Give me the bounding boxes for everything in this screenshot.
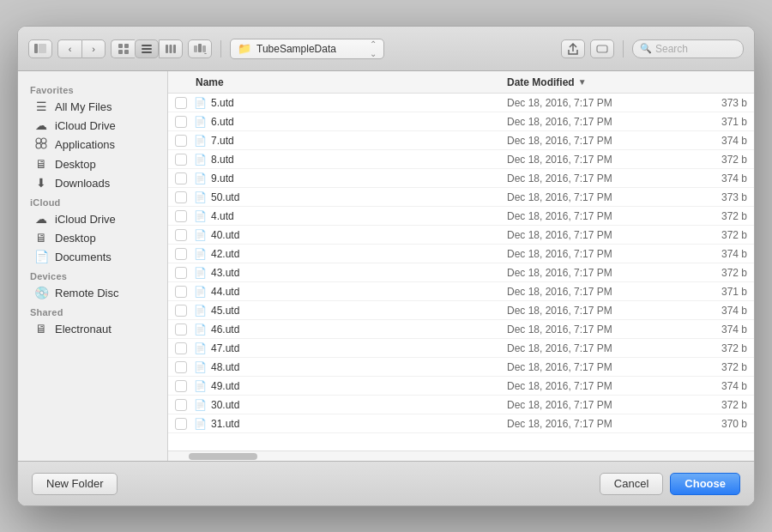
file-checkbox[interactable] (175, 418, 187, 430)
favorites-label: Favorites (18, 80, 167, 97)
table-row[interactable]: 📄 31.utd Dec 18, 2016, 7:17 PM 370 b (168, 414, 754, 433)
file-date: Dec 18, 2016, 7:17 PM (507, 361, 696, 373)
file-checkbox[interactable] (175, 399, 187, 411)
file-checkbox[interactable] (175, 380, 187, 392)
file-checkbox[interactable] (175, 305, 187, 317)
file-checkbox[interactable] (175, 229, 187, 241)
table-row[interactable]: 📄 40.utd Dec 18, 2016, 7:17 PM 372 b (168, 226, 754, 245)
file-icon: 📄 (194, 342, 207, 354)
file-list-scroll[interactable]: 📄 5.utd Dec 18, 2016, 7:17 PM 373 b 📄 6.… (168, 94, 754, 450)
svg-rect-16 (597, 45, 607, 52)
sidebar-item-downloads[interactable]: ⬇ Downloads (21, 173, 164, 192)
sidebar-item-icloud-drive[interactable]: ☁ iCloud Drive (21, 209, 164, 228)
table-row[interactable]: 📄 8.utd Dec 18, 2016, 7:17 PM 372 b (168, 150, 754, 169)
sidebar-item-remote-disc-label: Remote Disc (55, 287, 118, 299)
sidebar-item-documents-label: Documents (55, 251, 112, 263)
svg-marker-15 (204, 53, 207, 54)
table-row[interactable]: 📄 46.utd Dec 18, 2016, 7:17 PM 374 b (168, 320, 754, 339)
shared-label: Shared (18, 302, 167, 319)
file-checkbox[interactable] (175, 135, 187, 147)
cancel-button[interactable]: Cancel (600, 473, 663, 495)
table-row[interactable]: 📄 43.utd Dec 18, 2016, 7:17 PM 372 b (168, 263, 754, 282)
file-checkbox[interactable] (175, 172, 187, 184)
table-row[interactable]: 📄 5.utd Dec 18, 2016, 7:17 PM 373 b (168, 94, 754, 112)
table-row[interactable]: 📄 49.utd Dec 18, 2016, 7:17 PM 374 b (168, 377, 754, 396)
file-name: 40.utd (211, 229, 507, 241)
table-row[interactable]: 📄 6.utd Dec 18, 2016, 7:17 PM 371 b (168, 112, 754, 131)
icloud-label: iCloud (18, 192, 167, 209)
file-checkbox[interactable] (175, 210, 187, 222)
file-checkbox[interactable] (175, 342, 187, 354)
tag-button[interactable] (590, 39, 614, 58)
table-row[interactable]: 📄 42.utd Dec 18, 2016, 7:17 PM 374 b (168, 245, 754, 263)
table-row[interactable]: 📄 9.utd Dec 18, 2016, 7:17 PM 374 b (168, 169, 754, 188)
file-name: 4.utd (211, 210, 507, 222)
back-button[interactable]: ‹ (57, 39, 81, 58)
location-bar[interactable]: 📁 TubeSampleData ⌃⌄ (230, 39, 384, 59)
column-view-button[interactable] (159, 39, 183, 58)
svg-point-19 (36, 143, 41, 148)
file-size: 373 b (696, 191, 747, 203)
table-row[interactable]: 📄 30.utd Dec 18, 2016, 7:17 PM 372 b (168, 396, 754, 414)
file-checkbox[interactable] (175, 286, 187, 298)
file-icon: 📄 (194, 172, 207, 184)
share-button[interactable] (561, 39, 585, 58)
table-row[interactable]: 📄 48.utd Dec 18, 2016, 7:17 PM 372 b (168, 358, 754, 377)
file-size: 374 b (696, 135, 747, 147)
svg-rect-13 (198, 44, 202, 52)
file-checkbox[interactable] (175, 267, 187, 279)
svg-point-20 (41, 143, 46, 148)
table-row[interactable]: 📄 4.utd Dec 18, 2016, 7:17 PM 372 b (168, 207, 754, 226)
icon-view-button[interactable] (111, 39, 135, 58)
choose-button[interactable]: Choose (670, 473, 740, 495)
forward-button[interactable]: › (81, 39, 106, 58)
file-size: 372 b (696, 342, 747, 354)
file-date: Dec 18, 2016, 7:17 PM (507, 135, 696, 147)
coverflow-button[interactable] (188, 39, 212, 58)
new-folder-button[interactable]: New Folder (32, 473, 118, 495)
hscroll-thumb[interactable] (189, 453, 257, 460)
forward-icon: › (92, 44, 95, 54)
horizontal-scrollbar[interactable] (168, 450, 754, 461)
file-date: Dec 18, 2016, 7:17 PM (507, 323, 696, 336)
file-checkbox[interactable] (175, 116, 187, 128)
sidebar-item-icloud-drive-fav-label: iCloud Drive (55, 119, 116, 132)
file-size: 372 b (696, 361, 747, 373)
file-icon: 📄 (194, 191, 207, 203)
file-name: 8.utd (211, 154, 507, 166)
table-row[interactable]: 📄 45.utd Dec 18, 2016, 7:17 PM 374 b (168, 301, 754, 320)
table-row[interactable]: 📄 47.utd Dec 18, 2016, 7:17 PM 372 b (168, 339, 754, 358)
table-row[interactable]: 📄 44.utd Dec 18, 2016, 7:17 PM 371 b (168, 282, 754, 301)
sidebar-item-desktop-fav[interactable]: 🖥 Desktop (21, 154, 164, 173)
svg-rect-10 (170, 45, 172, 53)
sidebar-item-all-my-files-label: All My Files (55, 100, 112, 113)
svg-rect-11 (173, 45, 176, 53)
sidebar-item-documents[interactable]: 📄 Documents (21, 247, 164, 266)
file-checkbox[interactable] (175, 248, 187, 260)
sidebar-item-desktop[interactable]: 🖥 Desktop (21, 228, 164, 247)
file-size: 374 b (696, 305, 747, 317)
sidebar-item-remote-disc[interactable]: 💿 Remote Disc (21, 283, 164, 302)
sidebar-item-applications[interactable]: Applications (21, 135, 164, 154)
sidebar-item-all-my-files[interactable]: ☰ All My Files (21, 97, 164, 116)
file-checkbox[interactable] (175, 323, 187, 336)
file-size: 372 b (696, 154, 747, 166)
file-checkbox[interactable] (175, 191, 187, 203)
file-checkbox[interactable] (175, 97, 187, 109)
svg-point-17 (36, 138, 41, 143)
file-checkbox[interactable] (175, 361, 187, 373)
svg-rect-2 (118, 44, 123, 48)
file-size: 372 b (696, 229, 747, 241)
table-row[interactable]: 📄 7.utd Dec 18, 2016, 7:17 PM 374 b (168, 131, 754, 150)
sidebar-item-electronaut[interactable]: 🖥 Electronaut (21, 319, 164, 338)
file-date: Dec 18, 2016, 7:17 PM (507, 248, 696, 260)
table-row[interactable]: 📄 50.utd Dec 18, 2016, 7:17 PM 373 b (168, 188, 754, 207)
file-name: 47.utd (211, 342, 507, 354)
file-name: 44.utd (211, 286, 507, 298)
search-box[interactable]: 🔍 Search (632, 39, 744, 58)
file-checkbox[interactable] (175, 154, 187, 166)
sidebar-toggle-button[interactable] (28, 39, 52, 58)
sidebar-item-icloud-drive-fav[interactable]: ☁ iCloud Drive (21, 116, 164, 135)
file-name: 45.utd (211, 305, 507, 317)
list-view-button[interactable] (135, 39, 159, 58)
